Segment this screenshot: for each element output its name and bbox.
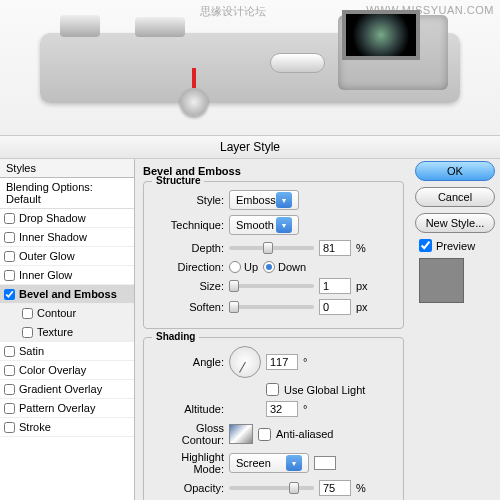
- dropdown-icon: ▾: [276, 217, 292, 233]
- checkbox[interactable]: [4, 289, 15, 300]
- style-item-inner-glow[interactable]: Inner Glow: [0, 266, 134, 285]
- dialog-title: Layer Style: [0, 135, 500, 159]
- structure-group: Structure Style: Emboss▾ Technique: Smoo…: [143, 181, 404, 329]
- angle-input[interactable]: [266, 354, 298, 370]
- shading-group: Shading Angle: ° Use Global Light Altitu…: [143, 337, 404, 500]
- style-item-stroke[interactable]: Stroke: [0, 418, 134, 437]
- depth-unit: %: [356, 242, 366, 254]
- technique-select[interactable]: Smooth▾: [229, 215, 299, 235]
- style-item-bevel-emboss[interactable]: Bevel and Emboss: [0, 285, 134, 304]
- styles-header[interactable]: Styles: [0, 159, 134, 178]
- soften-input[interactable]: [319, 299, 351, 315]
- style-label: Style:: [154, 194, 224, 206]
- soften-unit: px: [356, 301, 368, 313]
- style-select[interactable]: Emboss▾: [229, 190, 299, 210]
- watermark-forum: 思缘设计论坛: [200, 4, 266, 19]
- cancel-button[interactable]: Cancel: [415, 187, 495, 207]
- style-item-outer-glow[interactable]: Outer Glow: [0, 247, 134, 266]
- highlight-color-swatch[interactable]: [314, 456, 336, 470]
- checkbox[interactable]: [4, 384, 15, 395]
- camera-illustration: [0, 0, 500, 135]
- preview-label: Preview: [436, 240, 475, 252]
- highlight-opacity-unit: %: [356, 482, 366, 494]
- dropdown-icon: ▾: [286, 455, 302, 471]
- depth-input[interactable]: [319, 240, 351, 256]
- direction-down-radio[interactable]: Down: [263, 261, 306, 273]
- direction-label: Direction:: [154, 261, 224, 273]
- global-light-checkbox[interactable]: [266, 383, 279, 396]
- altitude-input[interactable]: [266, 401, 298, 417]
- shading-legend: Shading: [152, 331, 199, 342]
- highlight-mode-select[interactable]: Screen▾: [229, 453, 309, 473]
- checkbox[interactable]: [22, 308, 33, 319]
- global-light-label: Use Global Light: [284, 384, 365, 396]
- highlight-opacity-label: Opacity:: [154, 482, 224, 494]
- dropdown-icon: ▾: [276, 192, 292, 208]
- highlight-mode-label: Highlight Mode:: [154, 451, 224, 475]
- checkbox[interactable]: [4, 251, 15, 262]
- antialiased-checkbox[interactable]: [258, 428, 271, 441]
- style-item-texture[interactable]: Texture: [0, 323, 134, 342]
- angle-dial[interactable]: [229, 346, 261, 378]
- style-item-pattern-overlay[interactable]: Pattern Overlay: [0, 399, 134, 418]
- style-item-gradient-overlay[interactable]: Gradient Overlay: [0, 380, 134, 399]
- soften-label: Soften:: [154, 301, 224, 313]
- technique-label: Technique:: [154, 219, 224, 231]
- new-style-button[interactable]: New Style...: [415, 213, 495, 233]
- checkbox[interactable]: [4, 232, 15, 243]
- checkbox[interactable]: [4, 213, 15, 224]
- style-item-color-overlay[interactable]: Color Overlay: [0, 361, 134, 380]
- checkbox[interactable]: [4, 346, 15, 357]
- checkbox[interactable]: [4, 422, 15, 433]
- checkbox[interactable]: [4, 403, 15, 414]
- size-unit: px: [356, 280, 368, 292]
- size-input[interactable]: [319, 278, 351, 294]
- style-item-drop-shadow[interactable]: Drop Shadow: [0, 209, 134, 228]
- blending-options-row[interactable]: Blending Options: Default: [0, 178, 134, 209]
- size-slider[interactable]: [229, 284, 314, 288]
- altitude-unit: °: [303, 403, 307, 415]
- altitude-label: Altitude:: [154, 403, 224, 415]
- angle-unit: °: [303, 356, 307, 368]
- style-item-contour[interactable]: Contour: [0, 304, 134, 323]
- gloss-contour-label: Gloss Contour:: [154, 422, 224, 446]
- gloss-contour-picker[interactable]: [229, 424, 253, 444]
- styles-list: Styles Blending Options: Default Drop Sh…: [0, 159, 135, 500]
- structure-legend: Structure: [152, 175, 204, 186]
- angle-label: Angle:: [154, 356, 224, 368]
- depth-label: Depth:: [154, 242, 224, 254]
- ok-button[interactable]: OK: [415, 161, 495, 181]
- checkbox[interactable]: [4, 270, 15, 281]
- antialiased-label: Anti-aliased: [276, 428, 333, 440]
- size-label: Size:: [154, 280, 224, 292]
- style-item-satin[interactable]: Satin: [0, 342, 134, 361]
- style-item-inner-shadow[interactable]: Inner Shadow: [0, 228, 134, 247]
- highlight-opacity-input[interactable]: [319, 480, 351, 496]
- checkbox[interactable]: [4, 365, 15, 376]
- soften-slider[interactable]: [229, 305, 314, 309]
- depth-slider[interactable]: [229, 246, 314, 250]
- checkbox[interactable]: [22, 327, 33, 338]
- preview-checkbox[interactable]: [419, 239, 432, 252]
- highlight-opacity-slider[interactable]: [229, 486, 314, 490]
- preview-swatch: [419, 258, 464, 303]
- direction-up-radio[interactable]: Up: [229, 261, 258, 273]
